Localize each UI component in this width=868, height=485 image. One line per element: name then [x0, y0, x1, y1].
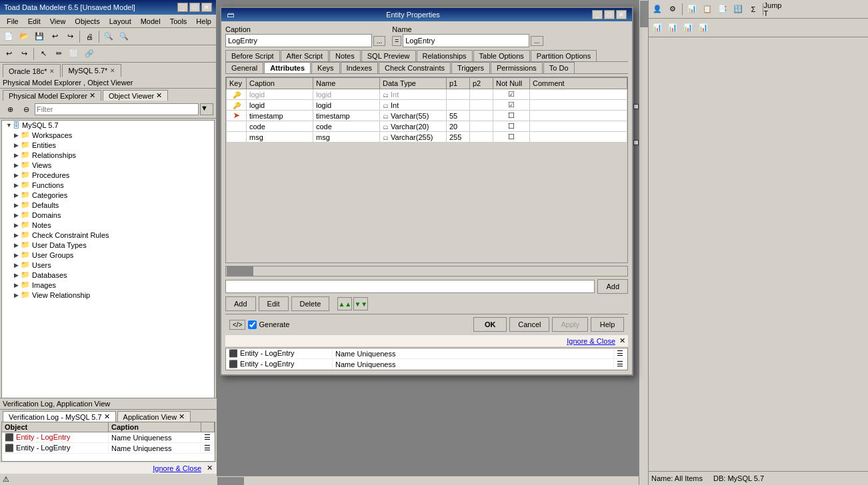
tab-keys[interactable]: Keys — [311, 62, 339, 73]
close-main-btn[interactable]: ✕ — [201, 3, 212, 12]
tab-indexes[interactable]: Indexes — [341, 62, 379, 73]
canvas-vscroll-thumb[interactable] — [640, 1, 648, 27]
tab-general[interactable]: General — [225, 62, 263, 73]
app-view-tab-close[interactable]: ✕ — [179, 412, 185, 421]
dialog-ignore-link[interactable]: Ignore & Close — [567, 337, 615, 345]
tab-before-script[interactable]: Before Script — [225, 50, 280, 61]
delete-button[interactable]: Delete — [291, 296, 330, 311]
new-btn[interactable]: 📄 — [1, 29, 16, 44]
dialog-maximize-btn[interactable]: □ — [604, 10, 615, 19]
oracle-close-icon[interactable]: ✕ — [49, 68, 55, 75]
attribute-input[interactable] — [225, 280, 595, 293]
props2-btn2[interactable]: 📊 — [665, 21, 680, 35]
scrollbar-thumb[interactable] — [227, 266, 253, 276]
tab-triggers[interactable]: Triggers — [451, 62, 490, 73]
tree-functions[interactable]: ▶ 📁 Functions — [2, 180, 214, 190]
menu-view[interactable]: View — [46, 17, 70, 26]
physical-model-tab-close[interactable]: ✕ — [89, 91, 95, 100]
dialog-ignore-close[interactable]: ✕ — [619, 336, 625, 345]
app-view-tab[interactable]: Application View ✕ — [117, 411, 191, 422]
tree-images[interactable]: ▶ 📁 Images — [2, 280, 214, 290]
tree-entities[interactable]: ▶ 📁 Entities — [2, 140, 214, 150]
name-input[interactable] — [403, 34, 529, 47]
object-viewer-tab[interactable]: Object Viewer ✕ — [103, 90, 168, 101]
tab-todo[interactable]: To Do — [543, 62, 575, 73]
tab-notes[interactable]: Notes — [329, 50, 361, 61]
menu-model[interactable]: Model — [137, 17, 165, 26]
table-row[interactable]: code code 🗂 Varchar(20) 20 ☐ — [227, 121, 627, 132]
horizontal-scrollbar[interactable] — [225, 266, 628, 276]
tab-check-constraints[interactable]: Check Constraints — [379, 62, 451, 73]
search-input[interactable] — [35, 103, 199, 115]
tree-procedures[interactable]: ▶ 📁 Procedures — [2, 170, 214, 180]
redo-btn[interactable]: ↪ — [63, 29, 77, 44]
name-link-btn[interactable]: = — [392, 36, 401, 46]
ignore-close-link[interactable]: Ignore & Close — [153, 464, 201, 472]
tab-partition-options[interactable]: Partition Options — [531, 50, 597, 61]
verif-log-tab[interactable]: Verification Log - MySQL 5.7 ✕ — [3, 411, 116, 422]
save-btn[interactable]: 💾 — [32, 29, 47, 44]
ignore-bar-close-btn[interactable]: ✕ — [207, 464, 213, 472]
mysql-close-icon[interactable]: ✕ — [110, 67, 115, 74]
cancel-button[interactable]: Cancel — [509, 317, 549, 332]
menu-edit[interactable]: Edit — [24, 17, 45, 26]
table-row-selected[interactable]: ➤ timestamp timestamp 🗂 Varchar(55) 55 ☐ — [227, 111, 627, 121]
generate-checkbox[interactable] — [248, 320, 257, 329]
props2-btn1[interactable]: 📊 — [650, 21, 665, 35]
props-jump-btn[interactable]: Jump T — [765, 2, 780, 17]
tree-expand-btn[interactable]: ⊕ — [3, 102, 17, 117]
props-btn6[interactable]: 🔢 — [731, 2, 745, 17]
tab-after-script[interactable]: After Script — [281, 50, 329, 61]
edit-button[interactable]: Edit — [259, 296, 289, 311]
minimize-btn[interactable]: _ — [177, 3, 188, 12]
tree-databases[interactable]: ▶ 📁 Databases — [2, 270, 214, 280]
oracle-tab[interactable]: Oracle 18c* ✕ — [3, 64, 61, 77]
help-button[interactable]: Help — [591, 317, 624, 332]
props-btn2[interactable]: ⚙ — [665, 2, 680, 17]
tab-relationships[interactable]: Relationships — [417, 50, 473, 61]
tb2-btn4[interactable]: ✏ — [51, 47, 66, 61]
tree-root[interactable]: ▼ 🗄 MySQL 5.7 — [2, 121, 214, 130]
ok-button[interactable]: OK — [473, 317, 507, 332]
table-row[interactable]: msg msg 🗂 Varchar(255) 255 ☐ — [227, 132, 627, 143]
search-btn[interactable]: ▼ — [200, 103, 213, 115]
zoom-out-btn[interactable]: 🔍 — [117, 29, 131, 44]
tree-workspaces[interactable]: ▶ 📁 Workspaces — [2, 130, 214, 140]
tb2-btn2[interactable]: ↪ — [17, 47, 31, 61]
undo-btn[interactable]: ↩ — [47, 29, 62, 44]
resize-handle-br[interactable] — [633, 140, 639, 145]
tree-user-data-types[interactable]: ▶ 📁 User Data Types — [2, 240, 214, 250]
apply-button[interactable]: Apply — [552, 317, 588, 332]
menu-tools[interactable]: Tools — [166, 17, 191, 26]
tree-defaults[interactable]: ▶ 📁 Defaults — [2, 200, 214, 210]
props2-btn3[interactable]: 📊 — [681, 21, 695, 35]
canvas-hscroll-thumb[interactable] — [217, 477, 244, 485]
menu-layout[interactable]: Layout — [105, 17, 135, 26]
canvas-hscroll[interactable] — [217, 476, 639, 485]
open-btn[interactable]: 📂 — [17, 29, 31, 44]
add-button[interactable]: Add — [225, 296, 256, 311]
tab-sql-preview[interactable]: SQL Preview — [361, 50, 416, 61]
props-btn7[interactable]: Σ — [746, 2, 761, 17]
maximize-btn[interactable]: □ — [189, 3, 200, 12]
props-btn4[interactable]: 📋 — [700, 2, 715, 17]
code-view-btn[interactable]: </> — [229, 320, 245, 330]
caption-browse-btn[interactable]: ... — [373, 36, 385, 46]
dialog-minimize-btn[interactable]: _ — [592, 10, 603, 19]
object-viewer-tab-close[interactable]: ✕ — [156, 91, 162, 100]
tb2-btn1[interactable]: ↩ — [1, 47, 16, 61]
props-btn5[interactable]: 📑 — [715, 2, 730, 17]
tree-collapse-btn[interactable]: ⊖ — [19, 102, 33, 117]
tree-users[interactable]: ▶ 📁 Users — [2, 260, 214, 270]
move-down-btn[interactable]: ▼▼ — [353, 297, 368, 310]
table-row[interactable]: 🔑 logid logid 🗂 Int ☑ — [227, 100, 627, 111]
tab-table-options[interactable]: Table Options — [473, 50, 530, 61]
props-btn3[interactable]: 📊 — [685, 2, 699, 17]
physical-model-tab[interactable]: Physical Model Explorer ✕ — [3, 90, 101, 101]
props2-btn4[interactable]: 📊 — [696, 21, 711, 35]
tab-attributes[interactable]: Attributes — [264, 62, 311, 73]
canvas-vscroll[interactable] — [639, 0, 648, 485]
tree-check-constraint[interactable]: ▶ 📁 Check Constraint Rules — [2, 230, 214, 240]
menu-help[interactable]: Help — [192, 17, 215, 26]
attributes-table-container[interactable]: Key Caption Name Data Type p1 p2 Not Nul… — [225, 77, 628, 263]
